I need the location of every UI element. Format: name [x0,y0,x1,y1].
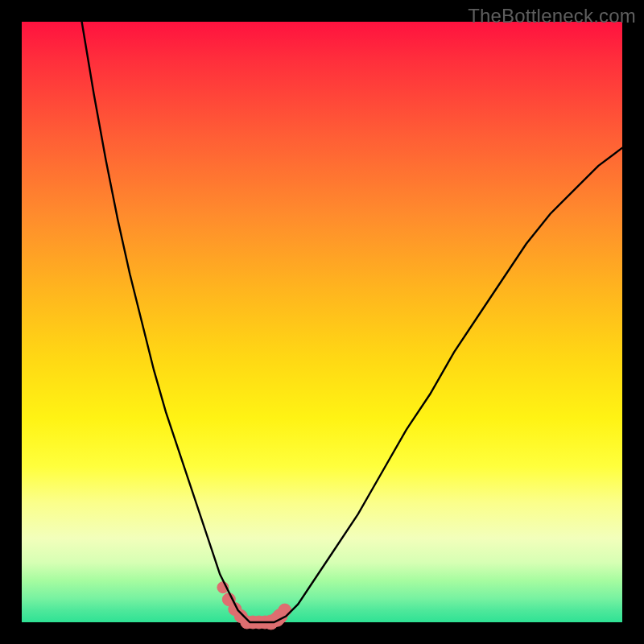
chart-stage: TheBottleneck.com [0,0,644,644]
bottleneck-curve-svg [22,22,622,622]
highlight-marker [279,604,291,617]
plot-area [22,22,622,622]
watermark-text: TheBottleneck.com [468,5,636,27]
bottleneck-curve [82,22,622,622]
